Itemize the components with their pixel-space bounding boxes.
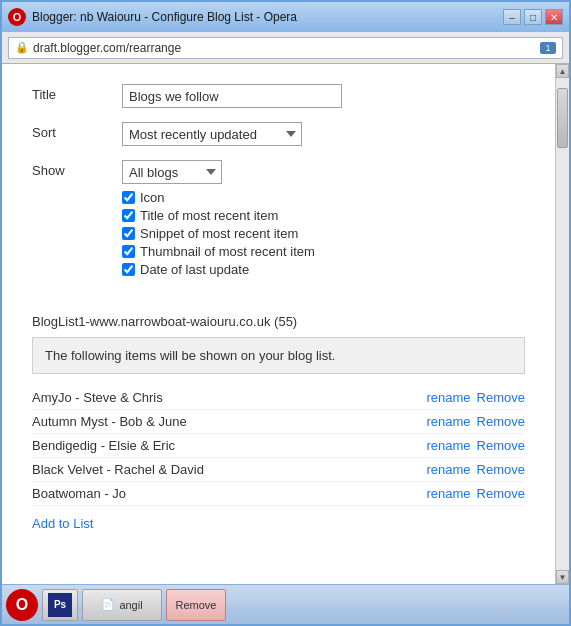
content-area: Title Sort Most recently updated Alphabe… [2, 64, 569, 584]
sort-control: Most recently updated Alphabetically Rec… [122, 122, 525, 146]
sort-row: Sort Most recently updated Alphabeticall… [32, 122, 525, 146]
blog-list-header: BlogList1-www.narrowboat-waiouru.co.uk (… [32, 314, 525, 329]
remove-link[interactable]: Remove [477, 438, 525, 453]
blog-name: Boatwoman - Jo [32, 486, 427, 501]
taskbar-opera-button[interactable]: O [6, 589, 38, 621]
remove-link[interactable]: Remove [477, 486, 525, 501]
checkbox-icon[interactable] [122, 191, 135, 204]
title-bar-left: O Blogger: nb Waiouru - Configure Blog L… [8, 8, 297, 26]
title-label: Title [32, 84, 122, 102]
checkbox-title-row: Title of most recent item [122, 208, 525, 223]
checkbox-thumbnail-row: Thumbnail of most recent item [122, 244, 525, 259]
ps-icon: Ps [48, 593, 72, 617]
checkbox-icon-label: Icon [140, 190, 165, 205]
remove-link[interactable]: Remove [477, 390, 525, 405]
blog-actions: rename Remove [427, 390, 526, 405]
title-input[interactable] [122, 84, 342, 108]
checkbox-snippet-label: Snippet of most recent item [140, 226, 298, 241]
show-select[interactable]: All blogs 5 blogs 10 blogs 15 blogs 20 b… [122, 160, 222, 184]
sort-select[interactable]: Most recently updated Alphabetically Rec… [122, 122, 302, 146]
checkbox-date[interactable] [122, 263, 135, 276]
blog-actions: rename Remove [427, 414, 526, 429]
blog-list-name: BlogList1-www.narrowboat-waiouru.co.uk [32, 314, 270, 329]
blog-entry: Black Velvet - Rachel & David rename Rem… [32, 458, 525, 482]
info-box: The following items will be shown on you… [32, 337, 525, 374]
checkbox-title[interactable] [122, 209, 135, 222]
sort-label: Sort [32, 122, 122, 140]
checkbox-snippet[interactable] [122, 227, 135, 240]
blog-entries: AmyJo - Steve & Chris rename Remove Autu… [32, 386, 525, 506]
show-label: Show [32, 160, 122, 178]
lock-icon: 🔒 [15, 41, 29, 54]
address-bar: 🔒 draft.blogger.com/rearrange 1 [2, 32, 569, 64]
rename-link[interactable]: rename [427, 462, 471, 477]
blog-name: Bendigedig - Elsie & Eric [32, 438, 427, 453]
scrollbar[interactable]: ▲ ▼ [555, 64, 569, 584]
checkbox-title-label: Title of most recent item [140, 208, 278, 223]
blog-name: AmyJo - Steve & Chris [32, 390, 427, 405]
window-title: Blogger: nb Waiouru - Configure Blog Lis… [32, 10, 297, 24]
taskbar-app-button[interactable]: 📄 angil [82, 589, 162, 621]
blog-name: Autumn Myst - Bob & June [32, 414, 427, 429]
blog-entry: Boatwoman - Jo rename Remove [32, 482, 525, 506]
shield-badge: 1 [540, 42, 556, 54]
app-window: O Blogger: nb Waiouru - Configure Blog L… [0, 0, 571, 626]
title-control [122, 84, 525, 108]
remove-link[interactable]: Remove [477, 414, 525, 429]
taskbar-ps-button[interactable]: Ps [42, 589, 78, 621]
address-input-wrap[interactable]: 🔒 draft.blogger.com/rearrange 1 [8, 37, 563, 59]
close-button[interactable]: ✕ [545, 9, 563, 25]
blog-list-section: BlogList1-www.narrowboat-waiouru.co.uk (… [2, 314, 555, 506]
taskbar-app-label: angil [119, 599, 142, 611]
show-control: All blogs 5 blogs 10 blogs 15 blogs 20 b… [122, 160, 525, 280]
rename-link[interactable]: rename [427, 414, 471, 429]
title-row: Title [32, 84, 525, 108]
checkbox-date-row: Date of last update [122, 262, 525, 277]
info-box-text: The following items will be shown on you… [45, 348, 335, 363]
blog-actions: rename Remove [427, 462, 526, 477]
rename-link[interactable]: rename [427, 390, 471, 405]
checkboxes: Icon Title of most recent item Snippet o… [122, 190, 525, 277]
page-content: Title Sort Most recently updated Alphabe… [2, 64, 555, 314]
checkbox-icon-row: Icon [122, 190, 525, 205]
checkbox-date-label: Date of last update [140, 262, 249, 277]
blog-actions: rename Remove [427, 438, 526, 453]
blog-list-count: (55) [274, 314, 297, 329]
main-scroll[interactable]: Title Sort Most recently updated Alphabe… [2, 64, 555, 584]
blog-entry: AmyJo - Steve & Chris rename Remove [32, 386, 525, 410]
blog-entry: Autumn Myst - Bob & June rename Remove [32, 410, 525, 434]
minimize-button[interactable]: – [503, 9, 521, 25]
taskbar-app-icon: 📄 [101, 598, 115, 611]
scroll-up-arrow[interactable]: ▲ [556, 64, 569, 78]
checkbox-thumbnail-label: Thumbnail of most recent item [140, 244, 315, 259]
show-row: Show All blogs 5 blogs 10 blogs 15 blogs… [32, 160, 525, 280]
blog-actions: rename Remove [427, 486, 526, 501]
scroll-track[interactable] [556, 78, 569, 570]
checkbox-snippet-row: Snippet of most recent item [122, 226, 525, 241]
maximize-button[interactable]: □ [524, 9, 542, 25]
taskbar: O Ps 📄 angil Remove [2, 584, 569, 624]
blog-entry: Bendigedig - Elsie & Eric rename Remove [32, 434, 525, 458]
scroll-down-arrow[interactable]: ▼ [556, 570, 569, 584]
blog-name: Black Velvet - Rachel & David [32, 462, 427, 477]
rename-link[interactable]: rename [427, 486, 471, 501]
taskbar-remove-button[interactable]: Remove [166, 589, 226, 621]
rename-link[interactable]: rename [427, 438, 471, 453]
opera-logo-icon: O [8, 8, 26, 26]
address-text: draft.blogger.com/rearrange [33, 41, 536, 55]
remove-link[interactable]: Remove [477, 462, 525, 477]
scroll-thumb[interactable] [557, 88, 568, 148]
add-to-list-link[interactable]: Add to List [2, 516, 555, 531]
title-bar: O Blogger: nb Waiouru - Configure Blog L… [2, 2, 569, 32]
window-controls: – □ ✕ [503, 9, 563, 25]
checkbox-thumbnail[interactable] [122, 245, 135, 258]
